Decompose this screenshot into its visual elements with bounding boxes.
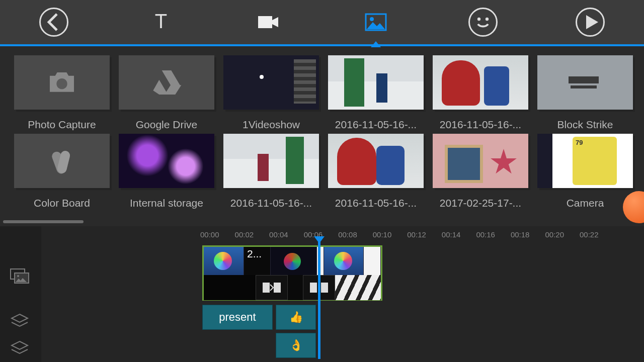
overlay-track[interactable]: present 👍 [202,305,316,330]
clip[interactable] [288,275,303,300]
time-tick: 00:14 [442,230,461,242]
gallery-item-color-board[interactable]: Color Board [14,134,110,209]
gallery-label: 1Videoshow [243,119,300,131]
clip-label: 2... [247,248,262,260]
layer-track-button-2[interactable] [8,338,31,357]
media-track-button[interactable] [8,265,31,285]
image-tab[interactable] [360,6,392,38]
scroll-indicator [3,220,84,223]
gallery-label: 2016-11-05-16-... [335,197,417,209]
gallery-item[interactable]: Camera [537,134,633,209]
swatch-icon [14,134,110,188]
time-tick: 00:08 [338,230,357,242]
video-tab[interactable] [252,6,284,38]
sticker-clip-thumbs-up[interactable]: 👍 [276,305,316,330]
overlay-track-2[interactable]: 👌 [276,333,316,358]
thumbnail [328,55,424,110]
back-button[interactable] [38,6,70,38]
gallery-item-photo-capture[interactable]: Photo Capture [14,55,110,131]
text-overlay-clip[interactable]: present [202,305,273,330]
clip[interactable] [324,247,364,275]
time-tick: 00:02 [235,230,254,242]
clip[interactable] [364,247,381,275]
gallery-row: Color Board Internal storage 2016-11-05-… [14,134,641,209]
svg-rect-1 [258,16,272,28]
thumbnail [433,134,528,188]
svg-text:T: T [155,10,167,32]
thumbnail [328,134,424,188]
thumbnail [223,134,319,188]
gallery-item[interactable]: Block Strike [537,55,633,131]
clip[interactable] [204,275,256,300]
hand-icon: 👌 [289,339,303,352]
gallery-label: Internal storage [130,197,203,209]
gallery-item[interactable]: 1Videoshow [223,55,319,131]
time-tick: 00:04 [269,230,288,242]
active-tab-indicator [371,41,381,47]
overlay-label: present [219,311,256,324]
gallery-item[interactable]: Internal storage [119,134,214,209]
gallery-label: 2017-02-25-17-... [440,197,521,209]
layer-track-button[interactable] [8,311,31,330]
gallery-item[interactable]: 2016-11-05-16-... [433,55,528,131]
gallery-label: Block Strike [557,119,613,131]
time-tick: 00:10 [373,230,392,242]
svg-point-5 [486,18,489,21]
transition-icon[interactable] [256,275,288,300]
gallery-item[interactable]: 2016-11-05-16-... [223,134,319,209]
playhead[interactable] [318,239,320,359]
thumbs-up-icon: 👍 [289,311,303,324]
thumbnail [537,134,633,188]
time-tick: 00:20 [545,230,564,242]
media-gallery: Photo Capture Google Drive 1Videoshow 20… [0,46,644,223]
svg-rect-15 [321,283,328,293]
gallery-item-google-drive[interactable]: Google Drive [119,55,214,131]
time-tick: 00:12 [407,230,426,242]
time-ruler[interactable]: 00:00 00:02 00:04 00:06 00:08 00:10 00:1… [200,230,639,242]
thumbnail [223,55,319,110]
clip-row [204,275,381,300]
clip[interactable] [335,275,381,300]
gallery-item[interactable]: 2017-02-25-17-... [433,134,528,209]
gallery-label: 2016-11-05-16-... [230,197,312,209]
play-button[interactable] [574,6,606,38]
drive-icon [119,55,214,110]
svg-point-3 [370,17,374,21]
clip[interactable] [204,247,244,275]
svg-rect-13 [274,283,281,293]
time-tick: 00:16 [476,230,495,242]
emoji-tab[interactable] [467,6,499,38]
timeline[interactable]: 00:00 00:02 00:04 00:06 00:08 00:10 00:1… [0,226,644,362]
clip[interactable] [271,247,316,275]
gallery-label: Google Drive [136,119,198,131]
gallery-row: Photo Capture Google Drive 1Videoshow 20… [14,55,641,131]
time-tick: 00:18 [511,230,530,242]
gallery-label: Color Board [34,197,90,209]
svg-point-4 [477,18,480,21]
thumbnail [537,55,633,110]
gallery-label: Camera [567,197,604,209]
text-tab[interactable]: T [145,6,177,38]
track-rail [0,226,41,362]
svg-point-6 [56,78,67,89]
time-tick: 00:22 [580,230,599,242]
gallery-item[interactable]: 2016-11-05-16-... [328,55,424,131]
time-tick: 00:00 [200,230,219,242]
gallery-item[interactable]: 2016-11-05-16-... [328,134,424,209]
svg-rect-12 [263,283,270,293]
thumbnail [433,55,528,110]
video-track[interactable]: 2... [202,245,382,301]
thumbnail [119,134,214,188]
gallery-label: 2016-11-05-16-... [335,119,417,131]
svg-point-11 [17,275,19,277]
gallery-label: 2016-11-05-16-... [440,119,521,131]
svg-rect-14 [310,283,317,293]
gallery-label: Photo Capture [28,119,96,131]
top-toolbar: T [0,0,644,46]
camera-icon [14,55,110,110]
sticker-clip-hand[interactable]: 👌 [276,333,316,358]
